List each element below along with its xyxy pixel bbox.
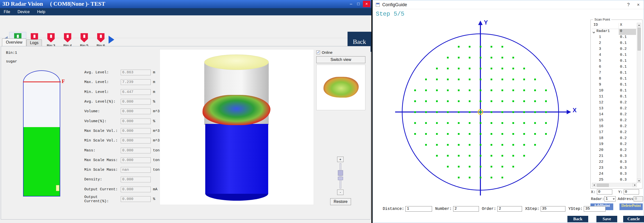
maximize-button[interactable]: □ xyxy=(355,1,362,7)
field-input[interactable]: 6.863 xyxy=(121,70,151,75)
field-input[interactable]: 0.000 xyxy=(121,108,151,114)
scan-point-row[interactable]: 250.3 xyxy=(592,178,637,183)
online-checkbox[interactable] xyxy=(316,50,320,54)
surface-preview-image[interactable] xyxy=(316,65,366,110)
horizontal-scrollbar[interactable] xyxy=(592,183,637,187)
menu-file[interactable]: File xyxy=(0,8,14,15)
param-input[interactable]: 35 xyxy=(584,206,606,212)
scan-point-row[interactable]: 170.2 xyxy=(592,130,637,136)
field-row: Max Scale Vol.:0.000m^3 xyxy=(84,126,160,136)
scan-point-row[interactable]: 90.1 xyxy=(592,82,637,88)
field-input[interactable]: 0.000 xyxy=(121,196,151,202)
scroll-down-button[interactable] xyxy=(637,179,641,183)
param-input[interactable]: 35 xyxy=(541,206,566,212)
scan-point-row[interactable]: 120.2 xyxy=(592,100,637,106)
scan-point-row[interactable]: 200.2 xyxy=(592,148,637,154)
vertical-scrollbar[interactable] xyxy=(637,23,641,183)
scan-point-row[interactable]: Radar10 xyxy=(592,29,637,35)
window-title: 3D Radar Vision ( COM8|None )- TEST xyxy=(2,1,105,7)
field-input[interactable]: 6.447 xyxy=(121,89,151,95)
scan-point-row[interactable]: 240.3 xyxy=(592,172,637,178)
tank-sensor-marker xyxy=(56,185,59,191)
x-coord-input[interactable]: 0 xyxy=(597,189,612,194)
scan-table-header[interactable]: ID X xyxy=(592,23,641,29)
field-input[interactable]: 0.000 xyxy=(121,138,151,144)
column-header-id[interactable]: ID xyxy=(592,23,619,29)
address-input[interactable]: 0 xyxy=(634,196,643,202)
zoom-in-button[interactable]: + xyxy=(337,156,344,162)
scan-dot xyxy=(458,46,460,48)
param-input[interactable]: 2 xyxy=(497,206,522,212)
scan-point-row[interactable]: 100.1 xyxy=(592,88,637,94)
scan-point-row[interactable]: 40.1 xyxy=(592,53,637,59)
full-level-label: F xyxy=(62,78,65,84)
menu-device[interactable]: Device xyxy=(14,8,34,15)
scan-point-row[interactable]: 190.2 xyxy=(592,142,637,148)
delete-point-button[interactable]: DeletePoint xyxy=(620,204,643,210)
field-input[interactable]: 0.000 xyxy=(121,157,151,163)
radar-select[interactable]: 1 xyxy=(604,196,616,202)
field-input[interactable]: 0.000 xyxy=(121,99,151,104)
scan-dot xyxy=(447,57,449,58)
scan-point-row[interactable]: 220.3 xyxy=(592,160,637,166)
scan-point-row[interactable]: 230.3 xyxy=(592,166,637,172)
zoom-out-button[interactable]: - xyxy=(337,190,344,195)
field-input[interactable]: 0.000 xyxy=(121,128,151,134)
scan-point-row[interactable]: 150.2 xyxy=(592,118,637,124)
configguide-close-button[interactable]: × xyxy=(634,1,642,8)
scroll-left-button[interactable] xyxy=(592,183,596,187)
next-bin-arrow-icon[interactable] xyxy=(108,36,114,44)
scan-dot xyxy=(512,166,514,168)
zoom-slider-handle[interactable] xyxy=(338,170,343,176)
scan-point-row[interactable]: 30.2 xyxy=(592,47,637,53)
configguide-title-bar[interactable]: ConfigGuide ? × xyxy=(373,0,644,9)
minimize-button[interactable]: – xyxy=(348,1,354,7)
scan-point-row[interactable]: 20.1 xyxy=(592,41,637,47)
scroll-right-button[interactable] xyxy=(632,183,637,187)
scan-point-x-cell: 0.3 xyxy=(619,178,636,183)
field-input[interactable]: 7.239 xyxy=(121,79,151,85)
field-input[interactable]: 0.000 xyxy=(121,177,151,182)
wizard-back-button[interactable]: Back xyxy=(568,216,588,222)
scan-point-row[interactable]: 50.1 xyxy=(592,59,637,65)
tree-expand-icon[interactable] xyxy=(593,31,595,34)
scan-point-row[interactable]: 210.3 xyxy=(592,154,637,160)
scan-point-row[interactable]: 180.2 xyxy=(592,136,637,142)
restore-button[interactable]: Restore xyxy=(330,198,351,205)
field-input[interactable]: nan xyxy=(121,167,151,173)
material-label: sugar xyxy=(6,60,17,64)
title-bar[interactable]: 3D Radar Vision ( COM8|None )- TEST – □ … xyxy=(0,0,371,8)
scan-point-row[interactable]: 160.2 xyxy=(592,124,637,130)
zoom-slider-handle-2[interactable] xyxy=(338,177,343,180)
scan-point-row[interactable]: 130.2 xyxy=(592,106,637,112)
scan-point-row[interactable]: 70.1 xyxy=(592,70,637,76)
zoom-slider[interactable] xyxy=(340,163,341,188)
scan-point-x-cell: 0 xyxy=(619,29,636,35)
wizard-save-button[interactable]: Save xyxy=(596,216,617,222)
field-input[interactable]: 0.000 xyxy=(121,186,151,192)
param-input[interactable]: 2 xyxy=(453,206,479,212)
column-header-x[interactable]: X xyxy=(619,23,636,29)
scroll-up-button[interactable] xyxy=(637,23,641,27)
render-3d-view[interactable] xyxy=(160,49,314,205)
field-input[interactable]: 0.000 xyxy=(121,148,151,153)
switch-view-button[interactable]: Switch view xyxy=(316,56,366,63)
param-input[interactable]: 1 xyxy=(405,206,432,212)
scan-point-row[interactable]: 60.1 xyxy=(592,65,637,70)
wizard-cancel-button[interactable]: Cancle xyxy=(623,216,644,222)
close-button[interactable]: × xyxy=(363,1,370,7)
vertical-scroll-thumb[interactable] xyxy=(638,28,641,50)
scan-point-id-cell: 13 xyxy=(592,106,619,112)
menu-help[interactable]: Help xyxy=(34,8,49,15)
horizontal-scroll-thumb[interactable] xyxy=(597,184,609,187)
help-button[interactable]: ? xyxy=(625,1,632,8)
field-input[interactable]: 0.000 xyxy=(121,118,151,124)
tab-overview[interactable]: Overview xyxy=(2,38,26,46)
scan-point-row[interactable]: 10.1 xyxy=(592,35,637,41)
online-row: Online xyxy=(316,50,332,54)
y-coord-input[interactable]: 0 xyxy=(624,189,639,194)
scan-point-row[interactable]: 140.2 xyxy=(592,112,637,118)
tab-logs[interactable]: Logs xyxy=(26,40,42,46)
scan-point-row[interactable]: 110.1 xyxy=(592,94,637,100)
scan-point-row[interactable]: 80.1 xyxy=(592,76,637,82)
